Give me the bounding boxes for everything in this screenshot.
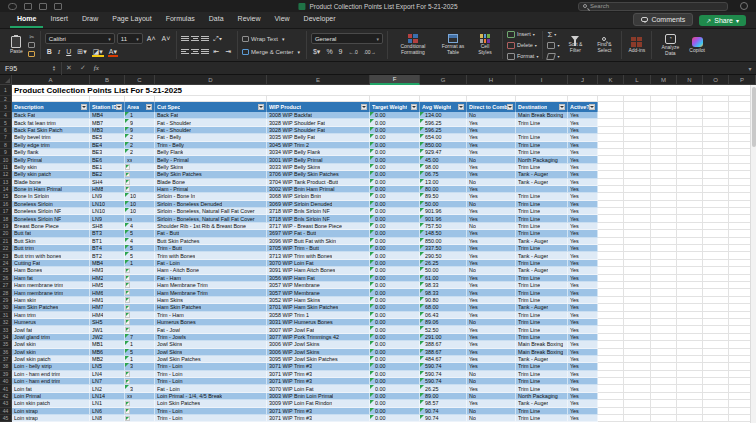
cell-d23[interactable]: Trim with Bones xyxy=(155,252,267,259)
cell-a4[interactable]: Back Fat xyxy=(12,112,90,119)
cell-b31[interactable]: HM4 xyxy=(90,312,125,319)
cell-j38[interactable]: Yes xyxy=(568,363,598,370)
format-painter-icon[interactable] xyxy=(28,51,35,57)
cell-m25[interactable] xyxy=(651,267,677,274)
autosum-button[interactable]: Σ▾ xyxy=(547,30,559,39)
ribbon-tab-data[interactable]: Data xyxy=(202,12,231,28)
cell-l35[interactable] xyxy=(624,341,651,348)
ribbon-tab-formulas[interactable]: Formulas xyxy=(159,12,202,28)
cell-n42[interactable] xyxy=(677,393,703,400)
borders-icon[interactable]: ⊞▾ xyxy=(75,46,88,57)
fill-color-icon[interactable]: ◪▾ xyxy=(91,46,105,57)
cell-i21[interactable]: Tank - Auger xyxy=(516,238,568,245)
row-number-38[interactable]: 38 xyxy=(0,363,12,370)
cell-n19[interactable] xyxy=(677,223,703,230)
currency-format-button[interactable]: $▾ xyxy=(311,46,322,57)
cell-d18[interactable]: Sirloin - Boneless, Natural Fall Fat Cov… xyxy=(155,215,267,222)
cell-o44[interactable] xyxy=(703,408,729,415)
number-format-select[interactable]: General▾ xyxy=(311,33,383,44)
cell-c40[interactable] xyxy=(125,378,155,385)
cell-e12[interactable]: 3706 WIP Belly Skin Patches xyxy=(267,171,370,178)
cell-k19[interactable] xyxy=(598,223,624,230)
cell-i31[interactable]: Trim Line xyxy=(516,312,568,319)
cell-d13[interactable]: Blade Bone xyxy=(155,179,267,186)
cell-b17[interactable]: LN10 xyxy=(90,208,125,215)
cell-f41[interactable]: 0.00 xyxy=(370,385,420,392)
column-header-i[interactable]: I xyxy=(516,75,568,85)
cell-j4[interactable]: Yes xyxy=(568,112,598,119)
cell-i23[interactable]: Tank - Auger xyxy=(516,252,568,259)
insert-cells-button[interactable]: Insert▾ xyxy=(507,30,538,39)
cell-d43[interactable]: Loin Skin Patches xyxy=(155,400,267,407)
cut-icon[interactable]: ✂ xyxy=(28,33,36,40)
cell-g39[interactable]: 590.74 xyxy=(420,371,467,378)
cell-f24[interactable]: 0.00 xyxy=(370,260,420,267)
cell-f37[interactable]: 0.00 xyxy=(370,356,420,363)
cell-m42[interactable] xyxy=(651,393,677,400)
row-number-23[interactable]: 23 xyxy=(0,252,12,259)
cell-f6[interactable]: 0.00 xyxy=(370,127,420,134)
cell-i16[interactable]: Trim Line xyxy=(516,201,568,208)
cell-h33[interactable]: Yes xyxy=(467,326,516,333)
cell-e23[interactable]: 3713 WIP Trim with Bones xyxy=(267,252,370,259)
cell-a29[interactable]: Ham skin xyxy=(12,297,90,304)
cell-g4[interactable]: 134.00 xyxy=(420,112,467,119)
cell-h42[interactable]: No xyxy=(467,393,516,400)
filter-dropdown-button[interactable] xyxy=(507,104,513,110)
cell-l8[interactable] xyxy=(624,142,651,149)
cell-n3[interactable] xyxy=(677,102,703,112)
cell-m40[interactable] xyxy=(651,378,677,385)
cell-f30[interactable]: 0.00 xyxy=(370,304,420,311)
cell-i6[interactable] xyxy=(516,127,568,134)
cell-a22[interactable]: Butt trim xyxy=(12,245,90,252)
cell-e9[interactable]: 3034 WIP Belly Flank xyxy=(267,149,370,156)
cell-b19[interactable]: SH8 xyxy=(90,223,125,230)
cell-c11[interactable] xyxy=(125,164,155,171)
cell-f42[interactable]: 0.00 xyxy=(370,393,420,400)
cell-m21[interactable] xyxy=(651,238,677,245)
cell-e19[interactable]: 3717 WIP - Breast Bone Piece xyxy=(267,223,370,230)
cell-k28[interactable] xyxy=(598,289,624,296)
cell-i10[interactable]: North Packaging xyxy=(516,156,568,163)
cell-n31[interactable] xyxy=(677,312,703,319)
cell-g22[interactable]: 337.50 xyxy=(420,245,467,252)
row-number-41[interactable]: 41 xyxy=(0,385,12,392)
cell-n25[interactable] xyxy=(677,267,703,274)
cell-d28[interactable]: Ham Membrane Trim xyxy=(155,289,267,296)
cell-g44[interactable]: 90.74 xyxy=(420,408,467,415)
cell-a34[interactable]: Jowl gland trim xyxy=(12,334,90,341)
cell-e27[interactable]: 3057 WIP Membrane xyxy=(267,282,370,289)
cell-f10[interactable]: 0.00 xyxy=(370,156,420,163)
cell-h34[interactable]: Yes xyxy=(467,334,516,341)
cell-n32[interactable] xyxy=(677,319,703,326)
cell-c21[interactable]: 4 xyxy=(125,238,155,245)
cell-e32[interactable]: 3031 WIP Humerus Bones xyxy=(267,319,370,326)
cell-l13[interactable] xyxy=(624,179,651,186)
cell-f9[interactable]: 0.00 xyxy=(370,149,420,156)
cell-j41[interactable]: Yes xyxy=(568,385,598,392)
table-header-active-[interactable]: Active? xyxy=(568,102,598,112)
cell-b41[interactable]: LN2 xyxy=(90,385,125,392)
cell-m33[interactable] xyxy=(651,326,677,333)
cell-k27[interactable] xyxy=(598,282,624,289)
cell-l5[interactable] xyxy=(624,119,651,126)
table-header-station-id[interactable]: Station ID xyxy=(90,102,125,112)
cell-a11[interactable]: Belly skin xyxy=(12,164,90,171)
cell-o19[interactable] xyxy=(703,223,729,230)
cell-i8[interactable]: Trim Line xyxy=(516,142,568,149)
cell-k26[interactable] xyxy=(598,275,624,282)
row-number-11[interactable]: 11 xyxy=(0,164,12,171)
cell-k21[interactable] xyxy=(598,238,624,245)
cell-f14[interactable]: 0.00 xyxy=(370,186,420,193)
cell-h10[interactable]: No xyxy=(467,156,516,163)
cell-g45[interactable]: 90.74 xyxy=(420,415,467,422)
cell-l23[interactable] xyxy=(624,252,651,259)
formula-bar-expand-icon[interactable]: ▾ xyxy=(744,65,756,72)
cell-a31[interactable]: Ham trim xyxy=(12,312,90,319)
cell-n33[interactable] xyxy=(677,326,703,333)
row-number-34[interactable]: 34 xyxy=(0,334,12,341)
cell-l16[interactable] xyxy=(624,201,651,208)
cell-b5[interactable]: MB7 xyxy=(90,119,125,126)
orientation-icon[interactable]: ⤢▾ xyxy=(211,33,224,44)
cell-e18[interactable]: 3718 WIP Bnls Sirloin NF xyxy=(267,215,370,222)
